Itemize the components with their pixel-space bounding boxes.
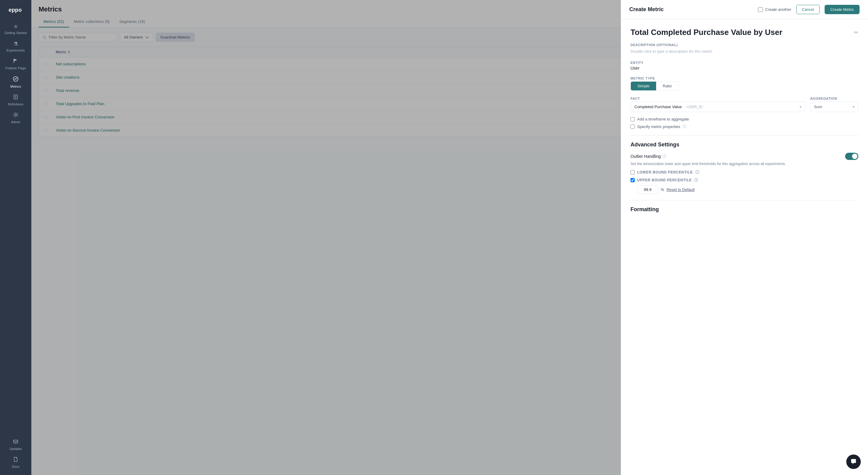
fact-label: FACT [630, 97, 805, 100]
outlier-handling-row: Outlier Handling ⓘ [630, 153, 858, 160]
definitions-icon [13, 94, 19, 101]
fact-select[interactable]: Completed Purchase Value · USER_ID ▾ [630, 102, 805, 112]
advanced-settings-title: Advanced Settings [630, 142, 858, 148]
app-logo[interactable]: eppo [7, 4, 24, 16]
upper-bound-checkbox[interactable] [630, 178, 635, 182]
upper-bound-info-icon[interactable]: ⓘ [694, 177, 698, 183]
lower-bound-checkbox[interactable] [630, 170, 635, 174]
percent-symbol: % [661, 188, 664, 192]
metric-type-label: METRIC TYPE [630, 76, 858, 80]
aggregation-col: AGGREGATION Sum ▾ [810, 97, 858, 112]
sidebar-item-admin[interactable]: Admin [0, 109, 31, 127]
entity-label: ENTITY [630, 61, 858, 64]
lower-bound-label: LOWER BOUND PERCENTILE [637, 170, 693, 174]
properties-checkbox[interactable] [630, 125, 635, 129]
fact-col: FACT Completed Purchase Value · USER_ID … [630, 97, 805, 112]
description-section: DESCRIPTION (OPTIONAL) Double click to t… [630, 43, 858, 55]
panel-body: Total Completed Purchase Value by User ✏… [621, 19, 868, 475]
upper-bound-input[interactable] [637, 185, 658, 194]
formatting-title: Formatting [630, 206, 858, 213]
ratio-type-button[interactable]: Ratio [656, 81, 678, 90]
outlier-desc: Set the winsorization lower and upper li… [630, 162, 858, 166]
sidebar-item-updates[interactable]: Updates [0, 436, 31, 453]
description-hint[interactable]: Double click to type a description for t… [630, 48, 858, 55]
divider-1 [630, 135, 858, 136]
timeframe-checkbox[interactable] [630, 117, 635, 122]
simple-type-button[interactable]: Simple [631, 81, 656, 90]
aggregation-select[interactable]: Sum ▾ [810, 102, 858, 112]
upper-bound-value-row: % Reset to Default [637, 185, 858, 194]
lower-bound-row: LOWER BOUND PERCENTILE ⓘ [630, 170, 858, 175]
properties-checkbox-row: Specify metric properties ⓘ [630, 124, 858, 129]
entity-section: ENTITY User [630, 61, 858, 70]
sidebar: eppo ≡ Getting Started ⚗ Experiments Fea… [0, 0, 31, 475]
aggregation-dropdown-icon: ▾ [852, 105, 855, 109]
svg-point-7 [15, 114, 17, 116]
create-metric-panel: Create Metric Create another Cancel Crea… [621, 0, 868, 475]
outlier-info-icon[interactable]: ⓘ [662, 154, 666, 159]
metric-name: Total Completed Purchase Value by User [630, 28, 782, 37]
svg-text:eppo: eppo [9, 7, 22, 13]
properties-info-icon[interactable]: ⓘ [683, 124, 687, 129]
cancel-button[interactable]: Cancel [796, 5, 820, 14]
divider-2 [630, 200, 858, 200]
entity-value: User [630, 66, 858, 70]
metric-type-toggle: Simple Ratio [630, 81, 679, 91]
panel-title: Create Metric [629, 6, 664, 13]
aggregation-value: Sum [814, 104, 822, 109]
updates-icon [13, 439, 19, 446]
getting-started-icon: ≡ [14, 24, 18, 30]
create-metric-button[interactable]: Create Metric [825, 5, 860, 14]
fact-agg-row: FACT Completed Purchase Value · USER_ID … [630, 97, 858, 112]
sidebar-item-getting-started[interactable]: ≡ Getting Started [0, 21, 31, 38]
sidebar-item-docs[interactable]: Docs [0, 453, 31, 471]
outlier-toggle[interactable] [845, 153, 858, 160]
metrics-icon [13, 76, 19, 83]
svg-rect-1 [13, 59, 14, 63]
feature-flags-icon [13, 58, 19, 65]
fact-dropdown-icon: ▾ [800, 105, 801, 109]
docs-icon [13, 456, 19, 464]
sidebar-item-definitions[interactable]: Definitions [0, 91, 31, 109]
reset-to-default-link[interactable]: Reset to Default [667, 188, 695, 192]
svg-rect-8 [13, 440, 18, 443]
chat-bubble[interactable] [846, 454, 861, 469]
chat-icon [850, 459, 857, 465]
admin-icon [13, 112, 19, 119]
timeframe-label[interactable]: Add a timeframe to aggregate [637, 117, 689, 122]
metric-name-row: Total Completed Purchase Value by User ✏ [630, 28, 858, 37]
edit-name-icon[interactable]: ✏ [854, 29, 858, 36]
metric-type-section: METRIC TYPE Simple Ratio [630, 76, 858, 91]
sidebar-item-feature-flags[interactable]: Feature Flags [0, 55, 31, 73]
create-another-label[interactable]: Create another [765, 7, 792, 12]
sidebar-item-metrics[interactable]: Metrics [0, 73, 31, 91]
create-another-checkbox[interactable] [758, 7, 763, 12]
timeframe-checkbox-row: Add a timeframe to aggregate [630, 117, 858, 122]
upper-bound-row: UPPER BOUND PERCENTILE ⓘ [630, 177, 858, 183]
description-label: DESCRIPTION (OPTIONAL) [630, 43, 858, 47]
outlier-handling-label: Outlier Handling ⓘ [630, 154, 666, 159]
panel-actions: Create another Cancel Create Metric [758, 5, 860, 14]
panel-header: Create Metric Create another Cancel Crea… [621, 0, 868, 19]
fact-name: Completed Purchase Value [634, 104, 682, 109]
experiments-icon: ⚗ [13, 41, 18, 47]
create-another-wrap: Create another [758, 7, 792, 12]
sidebar-item-experiments[interactable]: ⚗ Experiments [0, 38, 31, 55]
properties-label[interactable]: Specify metric properties [637, 125, 680, 129]
fact-id: · USER_ID [685, 105, 703, 109]
lower-bound-info-icon[interactable]: ⓘ [695, 170, 700, 175]
aggregation-label: AGGREGATION [810, 97, 858, 100]
upper-bound-label: UPPER BOUND PERCENTILE [637, 178, 692, 182]
